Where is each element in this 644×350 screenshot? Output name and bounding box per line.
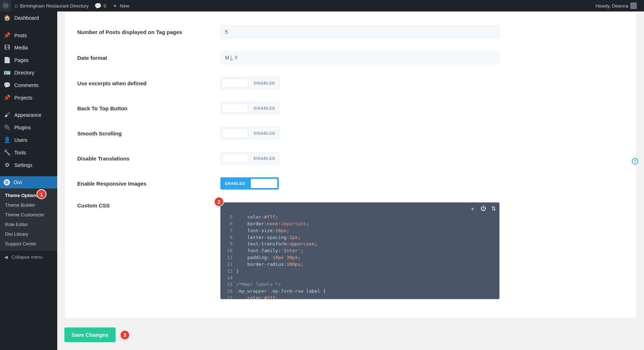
label-use-excerpts: Use excerpts when defined [77, 80, 220, 86]
wp-logo[interactable]: ⓦ [0, 0, 11, 11]
submenu-role-editor[interactable]: Role Editor [0, 220, 57, 229]
comment-icon: 💬 [4, 82, 11, 88]
comment-icon: 💬 [94, 3, 102, 9]
divi-submenu: Theme Options 1 Theme Builder Theme Cust… [0, 188, 57, 251]
collapse-menu[interactable]: ◀Collapse menu [0, 251, 57, 263]
card-icon: 🪪 [4, 69, 11, 76]
theme-options-panel: Number of Posts displayed on Tag pages D… [64, 11, 637, 318]
editor-add-icon[interactable]: ＋ [470, 205, 475, 213]
site-name: Birmingham Restaurant Directory [20, 3, 89, 9]
label-back-to-top: Back To Top Button [77, 105, 220, 111]
row-back-to-top: Back To Top Button DISABLED [77, 96, 624, 121]
collapse-icon: ◀ [4, 254, 8, 260]
annotation-3: 3 [120, 330, 130, 340]
label-posts-tag: Number of Posts displayed on Tag pages [77, 29, 220, 35]
label-date-format: Date format [77, 55, 220, 61]
howdy-text: Howdy, Deanna [595, 3, 628, 9]
editor-toolbar: ＋ ⏻ ⇅ [470, 205, 496, 213]
page-icon: 📄 [4, 57, 11, 63]
help-icon[interactable]: ? [632, 158, 638, 164]
plug-icon: 🔌 [4, 124, 11, 131]
gear-icon: ⚙ [4, 162, 11, 168]
menu-posts[interactable]: 📌Posts [0, 29, 57, 42]
admin-menu: 🏠Dashboard 📌Posts 🎞Media 📄Pages 🪪Directo… [0, 11, 57, 350]
row-posts-tag: Number of Posts displayed on Tag pages [77, 19, 624, 45]
menu-dashboard[interactable]: 🏠Dashboard [0, 11, 57, 24]
row-responsive-img: Enable Responsive Images ENABLED [77, 171, 624, 196]
row-smooth-scroll: Smooth Scrolling DISABLED [77, 121, 624, 146]
howdy-link[interactable]: Howdy, Deanna [592, 0, 640, 11]
input-date-format[interactable] [220, 51, 499, 64]
editor-power-icon[interactable]: ⏻ [480, 205, 486, 213]
toggle-responsive-img[interactable]: ENABLED [220, 177, 279, 190]
submenu-support-center[interactable]: Support Center [0, 239, 57, 249]
save-button[interactable]: Save Changes [64, 327, 116, 342]
wordpress-icon: ⓦ [3, 2, 9, 10]
editor-expand-icon[interactable]: ⇅ [491, 205, 496, 213]
submenu-divi-library[interactable]: Divi Library [0, 229, 57, 239]
label-smooth-scroll: Smooth Scrolling [77, 130, 220, 136]
label-custom-css: Custom CSS [77, 202, 220, 208]
dashboard-icon: 🏠 [4, 14, 11, 21]
home-icon: ⌂ [14, 3, 18, 9]
css-editor[interactable]: 5 color:#fff;6 border:none!important;7 f… [220, 202, 499, 299]
toggle-smooth-scroll[interactable]: DISABLED [220, 127, 280, 139]
brush-icon: 🖌 [4, 112, 11, 118]
row-date-format: Date format [77, 45, 624, 71]
avatar [630, 3, 637, 9]
menu-projects[interactable]: 📌Projects [0, 91, 57, 104]
comments-link[interactable]: 💬0 [92, 0, 109, 11]
menu-tools[interactable]: 🔧Tools [0, 146, 57, 159]
divi-icon: D [4, 179, 10, 186]
user-icon: 👤 [4, 136, 11, 143]
row-custom-css: Custom CSS 2 ＋ ⏻ ⇅ 5 color:#fff;6 border… [77, 196, 624, 306]
menu-plugins[interactable]: 🔌Plugins [0, 121, 57, 134]
menu-media[interactable]: 🎞Media [0, 42, 57, 54]
save-row: Save Changes 3 [64, 327, 644, 342]
submenu-theme-options[interactable]: Theme Options 1 [0, 191, 57, 200]
pin-icon: 📌 [4, 32, 11, 39]
wrench-icon: 🔧 [4, 149, 11, 156]
admin-bar: ⓦ ⌂Birmingham Restaurant Directory 💬0 ＋N… [0, 0, 644, 11]
menu-directory[interactable]: 🪪Directory [0, 66, 57, 79]
site-link[interactable]: ⌂Birmingham Restaurant Directory [11, 0, 92, 11]
label-responsive-img: Enable Responsive Images [77, 181, 220, 187]
menu-appearance[interactable]: 🖌Appearance [0, 109, 57, 121]
media-icon: 🎞 [4, 44, 11, 51]
new-label: New [120, 3, 129, 9]
menu-settings[interactable]: ⚙Settings [0, 159, 57, 171]
new-content[interactable]: ＋New [109, 0, 132, 11]
menu-users[interactable]: 👤Users [0, 134, 57, 146]
row-use-excerpts: Use excerpts when defined DISABLED [77, 71, 624, 96]
label-disable-trans: Disable Translations [77, 155, 220, 162]
plus-icon: ＋ [112, 2, 118, 10]
toggle-disable-trans[interactable]: DISABLED [220, 152, 280, 164]
toggle-back-to-top[interactable]: DISABLED [220, 102, 280, 114]
annotation-2: 2 [214, 197, 224, 207]
toggle-use-excerpts[interactable]: DISABLED [220, 77, 280, 89]
pin-icon: 📌 [4, 94, 11, 101]
menu-comments[interactable]: 💬Comments [0, 79, 57, 91]
menu-divi[interactable]: DDivi [0, 176, 57, 188]
page-body: Number of Posts displayed on Tag pages D… [57, 11, 644, 350]
menu-pages[interactable]: 📄Pages [0, 54, 57, 66]
input-posts-tag[interactable] [220, 25, 499, 38]
comments-count: 0 [104, 3, 106, 9]
submenu-theme-customizer[interactable]: Theme Customizer [0, 210, 57, 220]
submenu-theme-builder[interactable]: Theme Builder [0, 200, 57, 210]
annotation-1: 1 [36, 189, 47, 199]
row-disable-trans: Disable Translations DISABLED [77, 146, 624, 171]
